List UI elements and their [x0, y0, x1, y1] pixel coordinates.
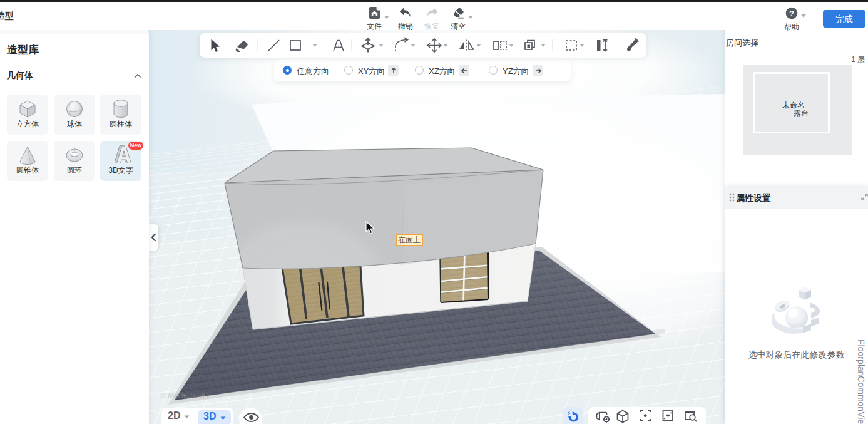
svg-text:?: ?	[789, 9, 794, 18]
